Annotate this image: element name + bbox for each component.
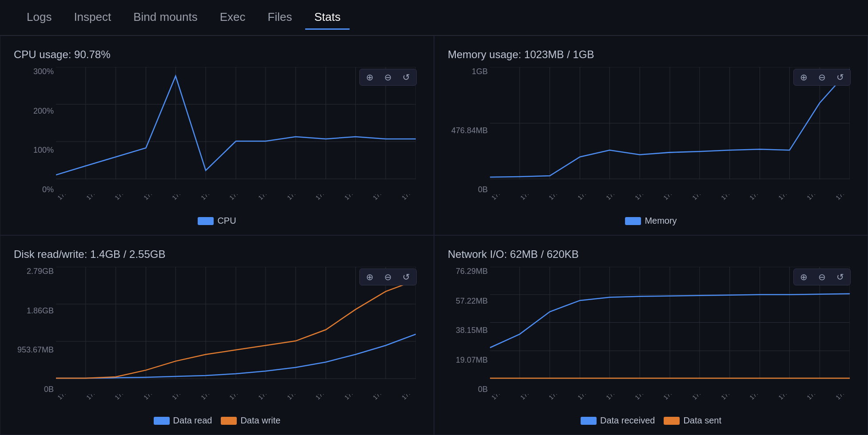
network-zoom-out[interactable]: ⊖ [816,271,828,283]
cpu-legend: CPU [14,216,420,226]
cpu-chart-title: CPU usage: 90.78% [14,48,420,61]
network-x-axis: 17:21 17:21 17:21 17:21 17:21 17:22 17:2… [490,394,850,412]
cpu-chart-area: ⊕ ⊖ ↺ 300% 200% 100% 0% [14,67,420,212]
memory-zoom-controls: ⊕ ⊖ ↺ [793,69,851,86]
cpu-legend-item: CPU [198,216,236,226]
tab-logs[interactable]: Logs [18,6,60,30]
network-legend-sent-color [664,417,680,425]
network-chart-area: ⊕ ⊖ ↺ 76.29MB 57.22MB 38.15MB 19.07MB 0B [448,267,854,412]
disk-legend-write-color [221,417,237,425]
disk-chart-title: Disk read/write: 1.4GB / 2.55GB [14,248,420,261]
cpu-legend-color [198,217,214,225]
network-legend-sent-item: Data sent [664,415,721,426]
disk-legend-read-color [154,417,170,425]
network-chart-title: Network I/O: 62MB / 620KB [448,248,854,261]
cpu-chart-panel: CPU usage: 90.78% ⊕ ⊖ ↺ 300% 200% 100% 0… [0,36,434,235]
network-zoom-in[interactable]: ⊕ [797,271,810,283]
memory-legend-item: Memory [625,216,677,226]
disk-zoom-reset[interactable]: ↺ [400,271,413,283]
memory-chart-area: ⊕ ⊖ ↺ 1GB 476.84MB 0B [448,67,854,212]
tab-bind-mounts[interactable]: Bind mounts [124,6,207,30]
memory-zoom-in[interactable]: ⊕ [797,71,810,83]
network-zoom-controls: ⊕ ⊖ ↺ [793,269,851,285]
memory-legend-color [625,217,641,225]
cpu-zoom-in[interactable]: ⊕ [363,71,376,83]
memory-zoom-out[interactable]: ⊖ [816,71,828,83]
disk-legend-read-item: Data read [154,415,212,426]
cpu-zoom-out[interactable]: ⊖ [382,71,394,83]
disk-zoom-out[interactable]: ⊖ [382,271,394,283]
tab-bar: Logs Inspect Bind mounts Exec Files Stat… [0,0,868,36]
cpu-y-axis: 300% 200% 100% 0% [14,67,54,194]
disk-zoom-in[interactable]: ⊕ [363,271,376,283]
network-y-axis: 76.29MB 57.22MB 38.15MB 19.07MB 0B [448,267,488,394]
network-legend-received-item: Data received [581,415,655,426]
tab-exec[interactable]: Exec [211,6,255,30]
network-zoom-reset[interactable]: ↺ [834,271,847,283]
memory-chart-panel: Memory usage: 1023MB / 1GB ⊕ ⊖ ↺ 1GB 476… [434,36,868,235]
memory-legend: Memory [448,216,854,226]
network-chart-panel: Network I/O: 62MB / 620KB ⊕ ⊖ ↺ 76.29MB … [434,235,868,435]
disk-legend-write-item: Data write [221,415,280,426]
network-legend: Data received Data sent [448,415,854,426]
tab-files[interactable]: Files [259,6,301,30]
memory-zoom-reset[interactable]: ↺ [834,71,847,83]
disk-chart-area: ⊕ ⊖ ↺ 2.79GB 1.86GB 953.67MB 0B [14,267,420,412]
network-legend-received-color [581,417,597,425]
cpu-zoom-controls: ⊕ ⊖ ↺ [359,69,417,86]
disk-x-axis: 17:21 17:21 17:21 17:21 17:21 17:22 17:2… [56,394,416,412]
disk-legend: Data read Data write [14,415,420,426]
cpu-x-axis: 17:21 17:21 17:21 17:21 17:21 17:22 17:2… [56,194,416,212]
disk-chart-panel: Disk read/write: 1.4GB / 2.55GB ⊕ ⊖ ↺ 2.… [0,235,434,435]
cpu-zoom-reset[interactable]: ↺ [400,71,413,83]
memory-x-axis: 17:21 17:21 17:21 17:21 17:21 17:22 17:2… [490,194,850,212]
memory-chart-title: Memory usage: 1023MB / 1GB [448,48,854,61]
tab-inspect[interactable]: Inspect [65,6,120,30]
disk-y-axis: 2.79GB 1.86GB 953.67MB 0B [14,267,54,394]
charts-grid: CPU usage: 90.78% ⊕ ⊖ ↺ 300% 200% 100% 0… [0,36,868,435]
disk-zoom-controls: ⊕ ⊖ ↺ [359,269,417,285]
tab-stats[interactable]: Stats [305,6,349,30]
memory-y-axis: 1GB 476.84MB 0B [448,67,488,194]
